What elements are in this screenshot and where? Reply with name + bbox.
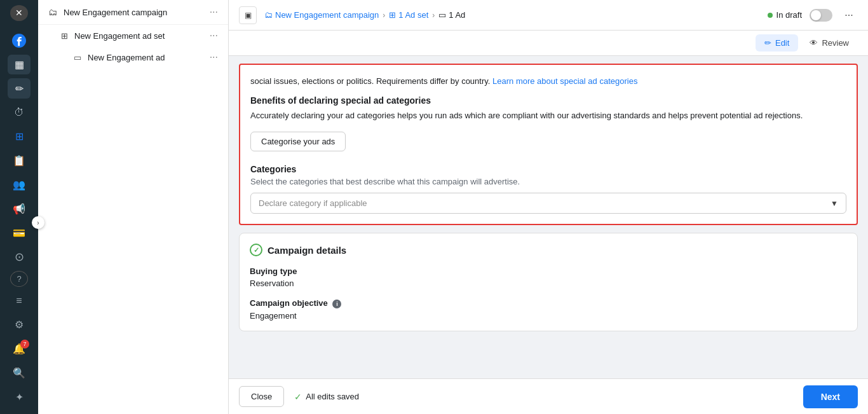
top-bar: ▣ 🗂 New Engagement campaign › ⊞ 1 Ad set… (229, 0, 868, 31)
breadcrumb-sep-2: › (432, 11, 435, 20)
sidebar-icon-audience[interactable]: ⊙ (8, 247, 31, 267)
ad-image-icon: ▭ (74, 53, 81, 62)
saved-status: ✓ All edits saved (294, 392, 803, 402)
left-sidebar: ✕ ▦ ✏ ⏱ ⊞ 📋 👥 📢 💳 ⊙ ? ≡ ⚙ 🔔 7 (0, 0, 38, 414)
people-icon: 👥 (13, 179, 25, 191)
special-ads-section: social issues, elections or politics. Re… (239, 64, 858, 225)
sidebar-icon-settings[interactable]: ⚙ (8, 315, 31, 335)
help-icon: ? (17, 274, 21, 284)
search-icon: 🔍 (13, 367, 25, 379)
check-green-icon: ✓ (294, 392, 302, 402)
more-dots-icon: ··· (844, 10, 853, 21)
card-icon: 💳 (13, 227, 25, 239)
tab-edit[interactable]: ✏ Edit (756, 34, 798, 52)
sparkle-icon: ✦ (15, 391, 24, 403)
ad-nav-label: New Engagement ad (88, 53, 210, 62)
top-bar-actions: In draft ··· (768, 6, 858, 24)
sidebar-icon-people[interactable]: 👥 (8, 175, 31, 195)
sidebar-icon-document[interactable]: 📋 (8, 151, 31, 171)
edit-pencil-icon-tab: ✏ (764, 38, 771, 48)
list-icon: ≡ (16, 295, 22, 307)
sidebar-icon-help[interactable]: ? (10, 271, 28, 287)
categorise-ads-button[interactable]: Categorise your ads (250, 132, 346, 151)
nav-item-ad[interactable]: ▭ New Engagement ad ··· (38, 46, 228, 68)
status-badge: In draft (768, 10, 802, 20)
topbar-more-button[interactable]: ··· (840, 6, 858, 24)
adset-nav-label: New Engagement ad set (74, 31, 210, 41)
status-text: In draft (776, 10, 802, 20)
check-circle-icon: ✓ (250, 244, 262, 256)
sidebar-icon-list[interactable]: ≡ (8, 291, 31, 311)
chart-bar-icon: ▦ (15, 59, 24, 71)
sidebar-icon-clock[interactable]: ⏱ (8, 102, 31, 123)
sidebar-icon-megaphone[interactable]: 📢 (8, 198, 31, 219)
breadcrumb-ad-label: 1 Ad (449, 10, 465, 20)
grid-icon: ⊞ (15, 130, 24, 142)
saved-text: All edits saved (306, 392, 359, 401)
buying-type-value: Reservation (250, 279, 847, 288)
benefits-text: Accurately declaring your ad categories … (250, 109, 846, 122)
eye-icon: 👁 (810, 38, 818, 48)
benefits-title: Benefits of declaring special ad categor… (250, 95, 846, 106)
objective-label: Campaign objective i (250, 298, 847, 308)
close-icon: ✕ (15, 8, 23, 18)
learn-more-link[interactable]: Learn more about special ad categories (492, 76, 637, 86)
campaign-more-button[interactable]: ··· (210, 6, 218, 18)
chevron-down-icon: ▼ (831, 199, 838, 208)
sidebar-icon-sparkle[interactable]: ✦ (8, 387, 31, 407)
sidebar-icon-card[interactable]: 💳 (8, 223, 31, 243)
clock-icon: ⏱ (14, 107, 24, 118)
notification-badge: 7 (20, 340, 29, 348)
adset-grid-icon: ⊞ (61, 31, 68, 41)
campaign-folder-icon: 🗂 (48, 7, 57, 17)
sidebar-icon-grid[interactable]: ⊞ (8, 127, 31, 147)
bottom-bar: Close ✓ All edits saved Next (229, 378, 868, 414)
main-content: ▣ 🗂 New Engagement campaign › ⊞ 1 Ad set… (229, 0, 868, 414)
breadcrumb-adset[interactable]: ⊞ 1 Ad set (389, 10, 428, 20)
panel-toggle-button[interactable]: ▣ (239, 6, 257, 24)
breadcrumb-campaign[interactable]: 🗂 New Engagement campaign (264, 10, 379, 20)
sidebar-icon-edit[interactable]: ✏ (8, 78, 31, 99)
next-button[interactable]: Next (803, 385, 858, 408)
document-icon: 📋 (13, 155, 25, 167)
campaign-nav-label: New Engagement campaign (64, 8, 210, 17)
tab-edit-label: Edit (775, 38, 789, 48)
categories-desc: Select the categories that best describe… (250, 177, 846, 186)
tab-review-label: Review (822, 38, 849, 48)
sidebar-icon-chart[interactable]: ▦ (8, 55, 31, 75)
ad-more-button[interactable]: ··· (210, 52, 218, 63)
sidebar-icon-logo (8, 31, 31, 51)
nav-panel: 🗂 New Engagement campaign ··· ⊞ New Enga… (38, 0, 229, 414)
objective-value: Engagement (250, 311, 847, 321)
breadcrumb: 🗂 New Engagement campaign › ⊞ 1 Ad set ›… (264, 10, 768, 20)
campaign-details-section: ✓ Campaign details Buying type Reservati… (239, 233, 858, 331)
settings-gear-icon: ⚙ (15, 319, 24, 331)
megaphone-icon: 📢 (13, 203, 25, 215)
sidebar-collapse-button[interactable]: › (32, 216, 44, 229)
dropdown-placeholder: Declare category if applicable (259, 198, 367, 208)
intro-text: social issues, elections or politics. Re… (250, 75, 846, 88)
edit-review-bar: ✏ Edit 👁 Review (229, 31, 868, 56)
category-dropdown[interactable]: Declare category if applicable ▼ (250, 193, 846, 214)
campaign-details-title: ✓ Campaign details (250, 244, 847, 256)
breadcrumb-adset-label: 1 Ad set (398, 10, 428, 20)
campaign-toggle[interactable] (810, 9, 832, 22)
edit-pencil-icon: ✏ (15, 83, 24, 95)
nav-item-adset[interactable]: ⊞ New Engagement ad set ··· (38, 25, 228, 46)
panel-toggle-icon: ▣ (245, 11, 252, 20)
adset-more-button[interactable]: ··· (210, 30, 218, 41)
categories-title: Categories (250, 164, 846, 174)
sidebar-icon-search[interactable]: 🔍 (8, 362, 31, 383)
sidebar-close-button[interactable]: ✕ (10, 5, 28, 21)
sidebar-icon-bell[interactable]: 🔔 7 (8, 338, 31, 359)
toggle-knob (811, 10, 821, 20)
buying-type-label: Buying type (250, 266, 847, 276)
info-icon[interactable]: i (332, 300, 341, 308)
breadcrumb-sep-1: › (383, 11, 385, 20)
breadcrumb-ad[interactable]: ▭ 1 Ad (438, 10, 465, 20)
adset-grid-icon-sm: ⊞ (389, 10, 396, 20)
nav-item-campaign[interactable]: 🗂 New Engagement campaign ··· (38, 0, 228, 25)
content-area: social issues, elections or politics. Re… (229, 56, 868, 378)
close-button[interactable]: Close (239, 386, 284, 407)
tab-review[interactable]: 👁 Review (801, 34, 858, 52)
